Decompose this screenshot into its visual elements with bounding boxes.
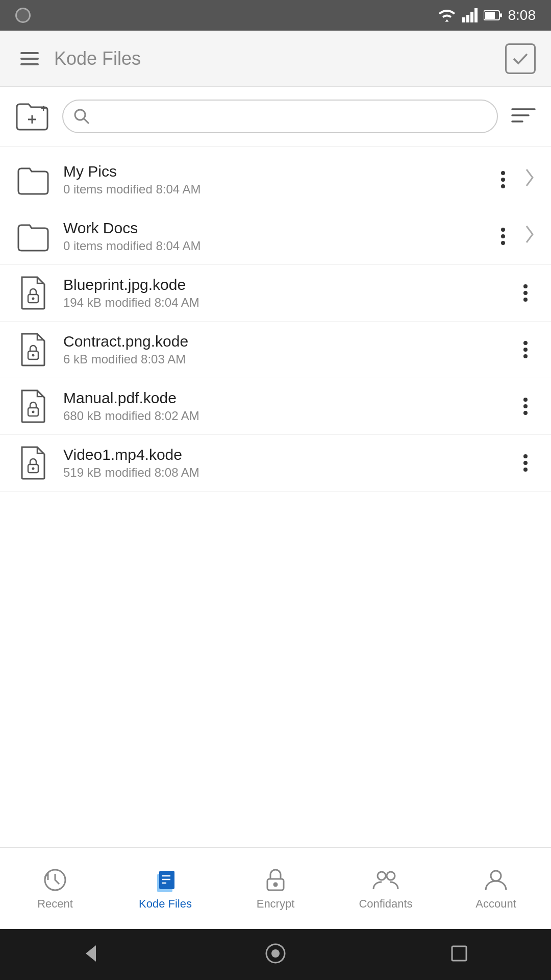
encrypt-icon (262, 867, 289, 893)
svg-rect-5 (485, 12, 495, 19)
more-options-button[interactable] (515, 393, 536, 420)
file-meta: 680 kB modified 8:02 AM (63, 409, 515, 423)
checkmark-icon (511, 50, 530, 68)
file-meta: 519 kB modified 8:08 AM (63, 465, 515, 480)
list-item[interactable]: Video1.mp4.kode519 kB modified 8:08 AM (0, 435, 551, 492)
svg-rect-6 (500, 13, 502, 17)
nav-label-recent: Recent (37, 897, 73, 911)
battery-icon (484, 10, 502, 21)
status-right: 8:08 (438, 7, 536, 23)
search-icon (72, 107, 91, 126)
nav-label-confidants: Confidants (359, 897, 412, 911)
svg-point-10 (75, 110, 85, 120)
search-bar: + (0, 87, 551, 146)
nav-label-account: Account (475, 897, 516, 911)
more-options-button[interactable] (515, 336, 536, 363)
list-item[interactable]: Contract.png.kode6 kB modified 8:03 AM (0, 322, 551, 378)
confidants-icon (372, 867, 399, 893)
more-options-button[interactable] (493, 223, 513, 250)
kode-file-icon (15, 332, 51, 368)
svg-point-33 (491, 871, 501, 881)
folder-icon (15, 162, 51, 198)
nav-label-encrypt: Encrypt (257, 897, 295, 911)
kode-file-icon (15, 388, 51, 424)
svg-point-20 (32, 411, 35, 413)
kode-file-icon (15, 275, 51, 311)
app-header: Kode Files (0, 31, 551, 87)
svg-rect-1 (466, 15, 469, 22)
nav-item-confidants[interactable]: Confidants (331, 862, 441, 916)
chevron-right-icon (523, 224, 536, 249)
svg-point-31 (378, 872, 386, 880)
svg-rect-3 (474, 8, 478, 22)
svg-point-36 (271, 949, 280, 958)
file-name: My Pics (63, 163, 493, 180)
nav-label-kode-files: Kode Files (139, 897, 192, 911)
sort-button[interactable] (506, 101, 541, 132)
file-meta: 0 items modified 8:04 AM (63, 182, 493, 197)
svg-point-18 (32, 354, 35, 357)
svg-rect-37 (452, 946, 466, 961)
home-button[interactable] (263, 941, 288, 968)
svg-point-30 (274, 883, 277, 886)
file-name: Work Docs (63, 219, 493, 237)
file-meta: 194 kB modified 8:04 AM (63, 296, 515, 310)
new-folder-button[interactable]: + (10, 97, 54, 136)
nav-item-account[interactable]: Account (441, 862, 551, 916)
search-input[interactable] (62, 100, 498, 133)
file-name: Contract.png.kode (63, 333, 515, 350)
select-button[interactable] (505, 43, 536, 74)
notification-icon (15, 8, 31, 23)
file-meta: 0 items modified 8:04 AM (63, 239, 493, 253)
status-time: 8:08 (508, 7, 536, 23)
bottom-nav: Recent Kode Files Encrypt Conf (0, 847, 551, 929)
signal-icon (462, 8, 478, 22)
recent-icon (42, 867, 68, 893)
kode-file-icon (15, 445, 51, 481)
more-options-button[interactable] (515, 449, 536, 477)
svg-point-16 (32, 298, 35, 300)
more-options-button[interactable] (493, 166, 513, 193)
system-nav (0, 929, 551, 980)
status-left (15, 8, 31, 23)
back-button[interactable] (80, 941, 104, 968)
svg-line-11 (84, 119, 89, 124)
file-meta: 6 kB modified 8:03 AM (63, 352, 515, 366)
file-list: My Pics0 items modified 8:04 AM Work Doc… (0, 146, 551, 847)
kode-files-icon (152, 867, 179, 893)
file-name: Manual.pdf.kode (63, 389, 515, 407)
nav-item-recent[interactable]: Recent (0, 862, 110, 916)
menu-button[interactable] (15, 47, 44, 70)
list-item[interactable]: My Pics0 items modified 8:04 AM (0, 152, 551, 208)
svg-text:+: + (41, 103, 46, 113)
nav-item-kode-files[interactable]: Kode Files (110, 862, 220, 916)
file-name: Blueprint.jpg.kode (63, 276, 515, 293)
list-item[interactable]: Blueprint.jpg.kode194 kB modified 8:04 A… (0, 265, 551, 322)
list-item[interactable]: Work Docs0 items modified 8:04 AM (0, 208, 551, 265)
chevron-right-icon (523, 167, 536, 192)
wifi-icon (438, 8, 456, 22)
svg-rect-2 (470, 12, 473, 22)
list-item[interactable]: Manual.pdf.kode680 kB modified 8:02 AM (0, 378, 551, 435)
svg-marker-34 (86, 945, 96, 962)
file-name: Video1.mp4.kode (63, 446, 515, 463)
recents-button[interactable] (447, 941, 471, 968)
search-input-wrap (62, 100, 498, 133)
app-title: Kode Files (54, 48, 505, 69)
new-folder-icon: + (14, 101, 50, 132)
sort-icon (510, 105, 537, 126)
status-bar: 8:08 (0, 0, 551, 31)
svg-rect-0 (462, 17, 465, 22)
folder-icon (15, 218, 51, 254)
svg-point-22 (32, 468, 35, 470)
more-options-button[interactable] (515, 279, 536, 307)
nav-item-encrypt[interactable]: Encrypt (220, 862, 331, 916)
svg-point-32 (387, 872, 395, 880)
account-icon (483, 867, 509, 893)
